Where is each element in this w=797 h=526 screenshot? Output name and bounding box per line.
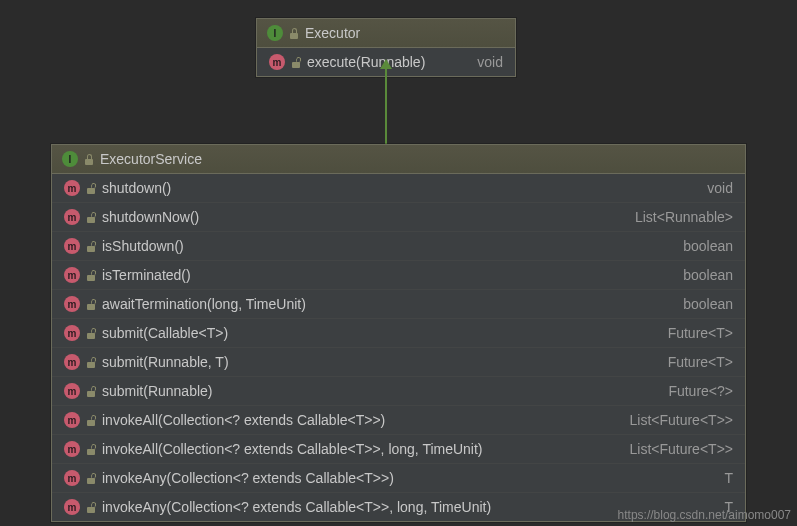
- method-return: List<Future<T>>: [609, 441, 733, 457]
- lock-open-icon: [86, 241, 96, 252]
- method-return: void: [687, 180, 733, 196]
- lock-open-icon: [86, 299, 96, 310]
- method-icon: [64, 267, 80, 283]
- method-row: invokeAll(Collection<? extends Callable<…: [52, 435, 745, 464]
- interface-icon: [62, 151, 78, 167]
- method-signature: submit(Callable<T>): [102, 325, 228, 341]
- lock-icon: [84, 154, 94, 165]
- method-icon: [64, 499, 80, 515]
- method-row: invokeAll(Collection<? extends Callable<…: [52, 406, 745, 435]
- executor-header: Executor: [257, 19, 515, 48]
- method-row: submit(Callable<T>)Future<T>: [52, 319, 745, 348]
- method-icon: [64, 412, 80, 428]
- method-icon: [64, 354, 80, 370]
- lock-open-icon: [86, 444, 96, 455]
- method-signature: isTerminated(): [102, 267, 191, 283]
- method-return: List<Runnable>: [615, 209, 733, 225]
- method-signature: invokeAny(Collection<? extends Callable<…: [102, 499, 491, 515]
- method-row: invokeAny(Collection<? extends Callable<…: [52, 464, 745, 493]
- method-return: void: [457, 54, 503, 70]
- method-signature: invokeAny(Collection<? extends Callable<…: [102, 470, 394, 486]
- method-icon: [64, 383, 80, 399]
- method-icon: [64, 441, 80, 457]
- method-return: Future<T>: [648, 354, 733, 370]
- method-row: shutdownNow()List<Runnable>: [52, 203, 745, 232]
- method-signature: invokeAll(Collection<? extends Callable<…: [102, 441, 483, 457]
- method-row: submit(Runnable, T)Future<T>: [52, 348, 745, 377]
- lock-icon: [289, 28, 299, 39]
- lock-open-icon: [291, 57, 301, 68]
- lock-open-icon: [86, 357, 96, 368]
- method-icon: [64, 180, 80, 196]
- method-return: boolean: [663, 296, 733, 312]
- lock-open-icon: [86, 270, 96, 281]
- method-signature: submit(Runnable): [102, 383, 213, 399]
- lock-open-icon: [86, 502, 96, 513]
- lock-open-icon: [86, 415, 96, 426]
- executor-title: Executor: [305, 25, 360, 41]
- lock-open-icon: [86, 473, 96, 484]
- method-return: boolean: [663, 267, 733, 283]
- method-return: Future<?>: [648, 383, 733, 399]
- method-icon: [64, 296, 80, 312]
- method-row: isShutdown()boolean: [52, 232, 745, 261]
- executorservice-title: ExecutorService: [100, 151, 202, 167]
- method-signature: invokeAll(Collection<? extends Callable<…: [102, 412, 385, 428]
- method-row: isTerminated()boolean: [52, 261, 745, 290]
- method-icon: [64, 209, 80, 225]
- method-signature: shutdown(): [102, 180, 171, 196]
- lock-open-icon: [86, 386, 96, 397]
- method-signature: execute(Runnable): [307, 54, 425, 70]
- method-row: shutdown()void: [52, 174, 745, 203]
- method-return: T: [704, 470, 733, 486]
- lock-open-icon: [86, 212, 96, 223]
- interface-icon: [267, 25, 283, 41]
- executorservice-header: ExecutorService: [52, 145, 745, 174]
- method-signature: awaitTermination(long, TimeUnit): [102, 296, 306, 312]
- method-icon: [269, 54, 285, 70]
- method-row: submit(Runnable)Future<?>: [52, 377, 745, 406]
- method-row: awaitTermination(long, TimeUnit)boolean: [52, 290, 745, 319]
- method-return: boolean: [663, 238, 733, 254]
- method-signature: shutdownNow(): [102, 209, 199, 225]
- method-icon: [64, 238, 80, 254]
- method-icon: [64, 470, 80, 486]
- lock-open-icon: [86, 183, 96, 194]
- method-signature: isShutdown(): [102, 238, 184, 254]
- watermark-text: https://blog.csdn.net/aimomo007: [618, 508, 791, 522]
- inheritance-arrow: [385, 67, 387, 144]
- method-return: Future<T>: [648, 325, 733, 341]
- executorservice-class-box: ExecutorService shutdown()voidshutdownNo…: [51, 144, 746, 522]
- method-signature: submit(Runnable, T): [102, 354, 229, 370]
- method-icon: [64, 325, 80, 341]
- method-return: List<Future<T>>: [609, 412, 733, 428]
- lock-open-icon: [86, 328, 96, 339]
